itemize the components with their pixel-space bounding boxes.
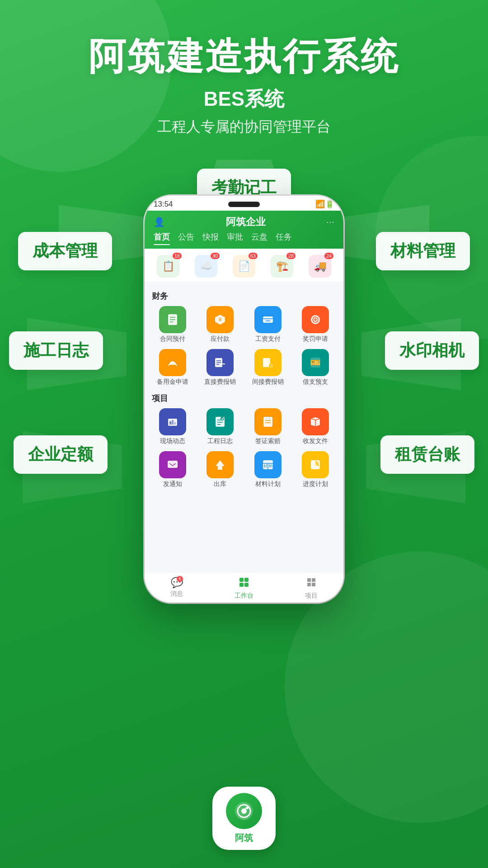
logo-circle bbox=[226, 793, 262, 829]
app-gongzi[interactable]: 工资支付 bbox=[247, 306, 289, 343]
svg-text:⏱: ⏱ bbox=[269, 364, 273, 368]
app-jiangfa[interactable]: 奖罚申请 bbox=[295, 306, 337, 343]
app-gongcheng[interactable]: 工程日志 bbox=[200, 408, 241, 445]
svg-rect-21 bbox=[169, 421, 171, 425]
project-icon bbox=[306, 577, 317, 590]
feature-cailiao[interactable]: 材料管理 bbox=[376, 232, 470, 270]
badge-1: 30 bbox=[211, 253, 220, 259]
app-shoufa[interactable]: 收发文件 bbox=[295, 408, 337, 445]
svg-text:料: 料 bbox=[268, 464, 272, 468]
messages-badge: 6 bbox=[177, 576, 183, 582]
icon-zhijie bbox=[206, 349, 234, 376]
logo-label: 阿筑 bbox=[235, 832, 253, 844]
badge-3: 28 bbox=[286, 253, 296, 259]
quick-item-3[interactable]: 🏗️ 28 bbox=[271, 255, 293, 278]
app-cailiao[interactable]: 材料 材料计划 bbox=[247, 451, 289, 488]
icon-jindu bbox=[302, 451, 329, 478]
icon-cailiao: 材料 bbox=[254, 451, 282, 478]
icon-jianjie: ⏱ bbox=[254, 349, 282, 376]
feature-zulin[interactable]: 租赁台账 bbox=[380, 435, 474, 474]
icon-tongzhi bbox=[159, 451, 186, 478]
app-yingfu[interactable]: ¥ 应付款 bbox=[200, 306, 241, 343]
phone-nav-top: 👤 阿筑企业 ⋯ bbox=[154, 215, 334, 229]
badge-4: 24 bbox=[324, 253, 333, 259]
workbench-icon bbox=[239, 577, 249, 590]
feature-shuiyin[interactable]: 水印相机 bbox=[385, 331, 479, 370]
quick-item-1[interactable]: ☁️ 30 bbox=[195, 255, 217, 278]
nav-project[interactable]: 项目 bbox=[305, 577, 318, 600]
app-chuku[interactable]: 出库 bbox=[200, 451, 241, 488]
icon-hetong bbox=[159, 306, 186, 333]
app-jindu[interactable]: 进度计划 bbox=[295, 451, 337, 488]
phone-user-icon[interactable]: 👤 bbox=[154, 217, 165, 227]
phone-mockup: 13:54 📶🔋 👤 阿筑企业 ⋯ 首页 公告 快报 审批 云盘 任务 � bbox=[145, 196, 343, 603]
app-jiezhi[interactable]: 🎫 借支预支 bbox=[295, 349, 337, 386]
feature-qiye[interactable]: 企业定额 bbox=[14, 435, 108, 474]
app-beiyong[interactable]: 备用金申请 bbox=[152, 349, 193, 386]
phone-signal-icons: 📶🔋 bbox=[315, 199, 334, 209]
tab-home[interactable]: 首页 bbox=[154, 231, 170, 245]
svg-rect-47 bbox=[312, 578, 315, 582]
section-project-title: 项目 bbox=[152, 393, 336, 404]
section-finance-title: 财务 bbox=[152, 291, 336, 302]
tab-approve[interactable]: 审批 bbox=[227, 231, 243, 245]
svg-rect-34 bbox=[168, 461, 178, 468]
svg-rect-5 bbox=[263, 316, 273, 323]
label-xianchang: 现场动态 bbox=[160, 437, 185, 445]
phone-header: 👤 阿筑企业 ⋯ 首页 公告 快报 审批 云盘 任务 bbox=[145, 211, 343, 249]
label-jiangfa: 奖罚申请 bbox=[303, 335, 328, 343]
tab-notice[interactable]: 公告 bbox=[178, 231, 194, 245]
label-jianjie: 间接费报销 bbox=[252, 378, 284, 386]
app-xianchang[interactable]: 现场动态 bbox=[152, 408, 193, 445]
svg-rect-23 bbox=[174, 422, 176, 425]
app-qianzhen[interactable]: 📄 签证索赔 bbox=[247, 408, 289, 445]
label-jindu: 进度计划 bbox=[303, 480, 328, 488]
svg-text:🎫: 🎫 bbox=[310, 358, 321, 368]
svg-rect-22 bbox=[172, 420, 174, 425]
icon-gongcheng bbox=[206, 408, 234, 435]
project-app-grid: 现场动态 工程日志 📄 签证索赔 bbox=[152, 408, 336, 488]
sub-title: BES系统 bbox=[0, 86, 488, 113]
feature-chengben[interactable]: 成本管理 bbox=[18, 232, 112, 270]
svg-rect-45 bbox=[244, 583, 249, 587]
svg-point-10 bbox=[314, 318, 317, 321]
label-yingfu: 应付款 bbox=[211, 335, 230, 343]
icon-yingfu: ¥ bbox=[206, 306, 234, 333]
svg-rect-46 bbox=[307, 578, 311, 582]
label-hetong: 合同预付 bbox=[160, 335, 185, 343]
quick-item-2[interactable]: 📄 63 bbox=[233, 255, 255, 278]
nav-workbench[interactable]: 工作台 bbox=[235, 577, 253, 600]
quick-icons-row: 📋 18 ☁️ 30 📄 63 🏗️ 28 🚚 24 bbox=[145, 249, 343, 283]
phone-scroll-area[interactable]: 财务 合同预付 ¥ 应付款 bbox=[145, 283, 343, 590]
quick-item-4[interactable]: 🚚 24 bbox=[309, 255, 331, 278]
nav-project-label: 项目 bbox=[305, 592, 318, 600]
label-jiezhi: 借支预支 bbox=[303, 378, 328, 386]
svg-rect-42 bbox=[239, 578, 244, 582]
label-gongcheng: 工程日志 bbox=[207, 437, 233, 445]
icon-qianzhen: 📄 bbox=[254, 408, 282, 435]
quick-item-0[interactable]: 📋 18 bbox=[157, 255, 179, 278]
nav-messages[interactable]: 💬 消息 6 bbox=[170, 577, 183, 600]
tab-cloud[interactable]: 云盘 bbox=[251, 231, 267, 245]
icon-shoufa bbox=[302, 408, 329, 435]
badge-0: 18 bbox=[173, 253, 182, 259]
app-logo[interactable]: 阿筑 bbox=[212, 787, 276, 850]
label-cailiao: 材料计划 bbox=[255, 480, 281, 488]
phone-menu-icon[interactable]: ⋯ bbox=[326, 217, 334, 227]
svg-rect-7 bbox=[266, 320, 270, 321]
label-gongzi: 工资支付 bbox=[255, 335, 281, 343]
svg-text:材: 材 bbox=[263, 464, 267, 468]
feature-shigong[interactable]: 施工日志 bbox=[9, 331, 103, 370]
label-shoufa: 收发文件 bbox=[303, 437, 328, 445]
app-tongzhi[interactable]: 发通知 bbox=[152, 451, 193, 488]
phone-app-title: 阿筑企业 bbox=[226, 215, 266, 229]
app-zhijie[interactable]: 直接费报销 bbox=[200, 349, 241, 386]
tab-task[interactable]: 任务 bbox=[276, 231, 292, 245]
phone-time: 13:54 bbox=[154, 200, 173, 209]
app-jianjie[interactable]: ⏱ 间接费报销 bbox=[247, 349, 289, 386]
app-hetong[interactable]: 合同预付 bbox=[152, 306, 193, 343]
icon-jiangfa bbox=[302, 306, 329, 333]
phone-notch-bar bbox=[228, 202, 260, 207]
svg-rect-49 bbox=[312, 583, 315, 586]
tab-report[interactable]: 快报 bbox=[202, 231, 219, 245]
